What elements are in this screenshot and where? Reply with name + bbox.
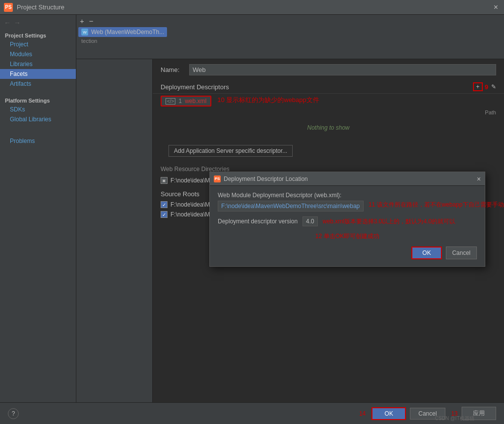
sidebar-item-libraries[interactable]: Libraries [0, 59, 76, 69]
sidebar-item-project[interactable]: Project [0, 39, 76, 49]
dialog-ok-button[interactable]: OK [411, 247, 441, 259]
web-module-descriptor-label: Web Module Deployment Descriptor (web.xm… [218, 192, 477, 199]
annotation-12: web.xml版本要选择3.0以上的，默认为4.0的就可以 [323, 217, 477, 226]
dialog-cancel-button[interactable]: Cancel [446, 247, 477, 259]
sidebar-nav: ← → [0, 17, 76, 29]
window-title: Project Structure [17, 3, 492, 11]
module-toolbar: + − [78, 17, 502, 25]
deployment-root-icon: ▣ [161, 177, 168, 184]
name-label: Name: [161, 66, 185, 73]
dialog-logo: PS [214, 176, 221, 182]
sidebar: ← → Project Settings Project Modules Lib… [0, 15, 76, 402]
sidebar-item-global-libraries[interactable]: Global Libraries [0, 114, 76, 124]
titlebar: PS Project Structure × [0, 0, 504, 15]
module-item[interactable]: W Web (MavenWebDemoTh... [78, 27, 167, 37]
sidebar-item-modules[interactable]: Modules [0, 49, 76, 59]
path-header-row: Path [153, 108, 504, 116]
watermark: CSDN @IT机器猫 [435, 415, 474, 422]
step-9-label: 9 [485, 83, 488, 91]
sidebar-item-sdks[interactable]: SDKs [0, 105, 76, 114]
add-server-button[interactable]: Add Application Server specific descript… [168, 145, 293, 157]
module-icon: W [81, 29, 88, 35]
dialog-title: Deployment Descriptor Location [224, 176, 477, 182]
name-input[interactable] [189, 64, 496, 75]
deployment-descriptors-title: Deployment Descriptors [161, 83, 473, 91]
descriptor-path-input[interactable] [218, 201, 364, 212]
descriptor-number: 1 [178, 98, 182, 105]
remove-module-button[interactable]: − [88, 17, 95, 25]
ok-button[interactable]: OK [371, 407, 406, 420]
deployment-descriptors-header: Deployment Descriptors + 9 ✎ [153, 80, 504, 94]
web-module-descriptor-row: Web Module Deployment Descriptor (web.xm… [218, 192, 477, 212]
footer: ? 14 OK Cancel 13 应用 [0, 402, 504, 424]
step-14-label: 14 [359, 410, 366, 417]
facet-label: tection [78, 37, 502, 45]
version-value: 4.0 [302, 216, 318, 226]
add-descriptor-button[interactable]: + [473, 82, 483, 91]
platform-settings-label: Platform Settings [0, 97, 76, 105]
path-header: Path [485, 109, 496, 115]
annotation-10: 10 显示标红的为缺少的webapp文件 [217, 96, 319, 105]
forward-button[interactable]: → [14, 19, 21, 27]
help-button[interactable]: ? [8, 408, 19, 419]
version-label: Deployment descriptor version [218, 218, 298, 225]
edit-descriptor-button[interactable]: ✎ [491, 83, 496, 90]
descriptor-name[interactable]: web.xml [185, 98, 206, 105]
source-root-checkbox-2[interactable]: ✓ [161, 211, 168, 218]
descriptor-icon: </> [166, 98, 175, 105]
annotation-11: 11 该文件所在路径，若不在webapp下自己需要手动更改路径 [369, 201, 477, 209]
deployment-descriptor-dialog: PS Deployment Descriptor Location × Web … [209, 172, 485, 267]
close-button[interactable]: × [492, 3, 500, 12]
annotation-12b: 12 单击OK即可创建成功 [218, 232, 477, 241]
main-content: + − W Web (MavenWebDemoTh... tection Nam… [76, 15, 504, 402]
module-bar: + − W Web (MavenWebDemoTh... tection [76, 15, 504, 59]
module-name: Web (MavenWebDemoTh... [91, 29, 164, 35]
name-row: Name: [153, 59, 504, 80]
dialog-body: Web Module Deployment Descriptor (web.xm… [210, 186, 485, 266]
project-settings-section: Project Settings Project Modules Librari… [0, 32, 76, 89]
dialog-titlebar: PS Deployment Descriptor Location × [210, 172, 485, 186]
descriptor-item: </> 1 web.xml [161, 96, 211, 106]
sidebar-item-problems[interactable]: Problems [5, 136, 71, 146]
sidebar-item-artifacts[interactable]: Artifacts [0, 79, 76, 89]
dialog-footer: OK Cancel [218, 245, 477, 260]
sidebar-item-facets[interactable]: Facets [0, 69, 76, 79]
platform-settings-section: Platform Settings SDKs Global Libraries [0, 97, 76, 124]
back-button[interactable]: ← [4, 19, 11, 27]
left-list-pane [76, 59, 153, 402]
version-row: Deployment descriptor version 4.0 web.xm… [218, 216, 477, 226]
dialog-close-button[interactable]: × [477, 175, 481, 183]
app-logo: PS [4, 3, 13, 12]
source-root-checkbox-1[interactable]: ✓ [161, 201, 168, 208]
nothing-to-show: Nothing to show [153, 116, 504, 139]
add-module-button[interactable]: + [78, 17, 86, 25]
project-settings-label: Project Settings [0, 32, 76, 39]
